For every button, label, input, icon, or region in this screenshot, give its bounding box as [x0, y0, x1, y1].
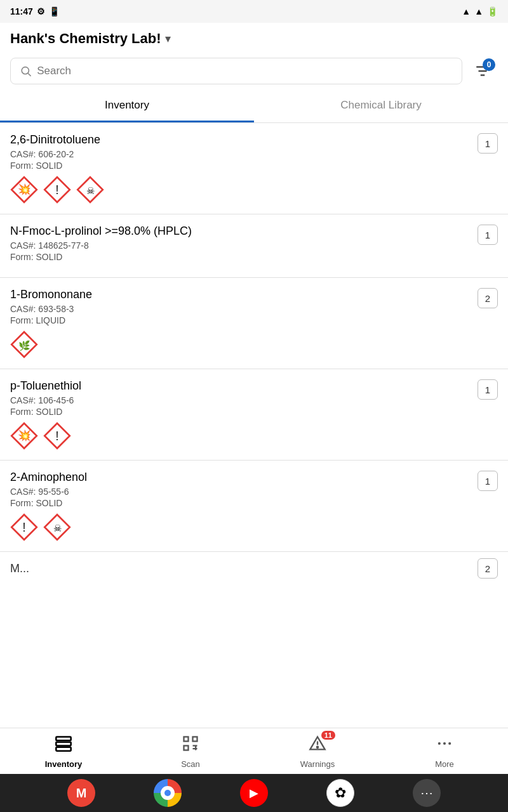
dropdown-arrow-icon[interactable]: ▾ — [165, 32, 171, 46]
photos-icon[interactable]: ✿ — [326, 779, 354, 807]
nav-item-more[interactable]: More — [381, 728, 508, 774]
nav-item-scan[interactable]: Scan — [127, 728, 254, 774]
nav-label-more: More — [435, 759, 454, 769]
quantity-badge-2: 2 — [478, 288, 498, 308]
app-title: Hank's Chemistry Lab! — [10, 30, 161, 47]
ghs-environment-icon: 🌿 — [10, 331, 38, 358]
tab-chemical-library[interactable]: Chemical Library — [254, 90, 508, 122]
svg-point-35 — [448, 742, 451, 745]
chemical-item-partial[interactable]: M... 2 — [0, 552, 508, 587]
chemical-name-1: N-Fmoc-L-prolinol >=98.0% (HPLC) — [10, 225, 498, 238]
chemical-form-4: Form: SOLID — [10, 498, 498, 508]
chemical-cas-3: CAS#: 106-45-6 — [10, 395, 498, 405]
chemical-form-3: Form: SOLID — [10, 407, 498, 417]
search-input-wrap[interactable] — [10, 58, 462, 84]
status-bar: 11:47 ⚙ 📱 ▲ ▲ 🔋 — [0, 0, 508, 23]
chemical-item-1[interactable]: N-Fmoc-L-prolinol >=98.0% (HPLC) CAS#: 1… — [0, 214, 508, 278]
nav-label-scan: Scan — [181, 759, 200, 769]
search-icon — [20, 65, 32, 77]
youtube-icon[interactable]: ▶ — [240, 779, 268, 807]
svg-text:☠: ☠ — [86, 185, 95, 196]
chemical-name-0: 2,6-Dinitrotoluene — [10, 133, 498, 147]
quantity-badge-4: 1 — [478, 471, 498, 491]
quantity-badge-0: 1 — [478, 133, 498, 154]
quantity-badge-1: 1 — [478, 225, 498, 245]
chemical-form-0: Form: SOLID — [10, 160, 498, 171]
chrome-icon[interactable] — [154, 779, 182, 807]
chemical-item-0[interactable]: 2,6-Dinitrotoluene CAS#: 606-20-2 Form: … — [0, 123, 508, 214]
chemical-item-4[interactable]: 2-Aminophenol CAS#: 95-55-6 Form: SOLID … — [0, 461, 508, 552]
svg-rect-26 — [184, 746, 189, 750]
inventory-nav-icon — [55, 735, 72, 757]
chemical-cas-4: CAS#: 95-55-6 — [10, 487, 498, 497]
chemical-form-1: Form: SOLID — [10, 252, 498, 262]
search-container: 0 — [0, 52, 508, 90]
chemical-cas-0: CAS#: 606-20-2 — [10, 149, 498, 159]
chemical-name-partial: M... — [10, 562, 498, 575]
phone-icon: 📱 — [49, 6, 60, 16]
svg-point-33 — [438, 742, 441, 745]
hazard-icons-2: 🌿 — [10, 331, 498, 358]
hazard-icons-3: 💥 ! — [10, 422, 498, 450]
settings-icon: ⚙ — [37, 6, 45, 16]
gmail-icon[interactable]: M — [67, 779, 95, 807]
tab-inventory[interactable]: Inventory — [0, 90, 254, 122]
svg-text:☠: ☠ — [53, 523, 62, 534]
signal-icon: ▲ — [474, 6, 483, 16]
bottom-nav: Inventory Scan 11 Warnings More — [0, 728, 508, 774]
svg-text:💥: 💥 — [18, 183, 31, 196]
svg-rect-22 — [56, 742, 70, 746]
svg-rect-24 — [184, 737, 189, 742]
chemical-name-2: 1-Bromononane — [10, 288, 498, 301]
tabs: Inventory Chemical Library — [0, 90, 508, 123]
wifi-icon: ▲ — [462, 6, 471, 16]
ghs-exclamation-icon-2: ! — [43, 422, 71, 450]
search-input[interactable] — [37, 65, 453, 77]
hazard-icons-4: ! ☠ — [10, 513, 498, 541]
chemical-name-4: 2-Aminophenol — [10, 471, 498, 484]
chemical-item-3[interactable]: p-Toluenethiol CAS#: 106-45-6 Form: SOLI… — [0, 369, 508, 461]
svg-text:!: ! — [55, 183, 58, 197]
svg-point-0 — [22, 67, 29, 74]
more-apps-icon[interactable]: ⋯ — [413, 779, 441, 807]
warnings-nav-icon — [309, 737, 326, 756]
svg-point-32 — [317, 747, 318, 748]
filter-badge: 0 — [483, 58, 495, 71]
ghs-health-hazard-icon-2: ☠ — [43, 513, 71, 541]
svg-text:!: ! — [22, 520, 25, 534]
app-header: Hank's Chemistry Lab! ▾ — [0, 23, 508, 52]
quantity-badge-partial: 2 — [478, 558, 498, 579]
nav-label-warnings: Warnings — [300, 759, 335, 769]
nav-label-inventory: Inventory — [45, 759, 83, 769]
chemical-cas-1: CAS#: 148625-77-8 — [10, 240, 498, 251]
svg-point-34 — [443, 742, 446, 745]
scan-nav-icon — [182, 735, 199, 757]
hazard-icons-0: 💥 ! ☠ — [10, 176, 498, 204]
android-bottom-bar: M ▶ ✿ ⋯ — [0, 774, 508, 812]
chemical-name-3: p-Toluenethiol — [10, 379, 498, 393]
ghs-health-hazard-icon: ☠ — [76, 176, 104, 204]
svg-line-1 — [28, 74, 30, 76]
chemical-item-2[interactable]: 1-Bromononane CAS#: 693-58-3 Form: LIQUI… — [0, 278, 508, 369]
more-nav-icon — [436, 735, 453, 757]
ghs-explosive-icon-2: 💥 — [10, 422, 38, 450]
svg-text:🌿: 🌿 — [18, 340, 30, 351]
filter-button[interactable]: 0 — [467, 56, 498, 86]
status-time: 11:47 — [10, 6, 33, 16]
warnings-badge-wrap: 11 — [309, 735, 326, 757]
svg-text:💥: 💥 — [18, 429, 31, 442]
nav-item-warnings[interactable]: 11 Warnings — [254, 728, 381, 774]
ghs-exclamation-icon: ! — [43, 176, 71, 204]
battery-icon: 🔋 — [487, 6, 498, 16]
chemical-form-2: Form: LIQUID — [10, 315, 498, 325]
svg-text:!: ! — [55, 429, 58, 443]
chemical-cas-2: CAS#: 693-58-3 — [10, 304, 498, 314]
inventory-list: 2,6-Dinitrotoluene CAS#: 606-20-2 Form: … — [0, 123, 508, 587]
svg-rect-21 — [56, 737, 70, 741]
svg-rect-25 — [193, 737, 197, 742]
quantity-badge-3: 1 — [478, 379, 498, 400]
warnings-badge: 11 — [321, 731, 335, 740]
svg-rect-23 — [56, 747, 70, 751]
ghs-explosive-icon: 💥 — [10, 176, 38, 204]
nav-item-inventory[interactable]: Inventory — [0, 728, 127, 774]
